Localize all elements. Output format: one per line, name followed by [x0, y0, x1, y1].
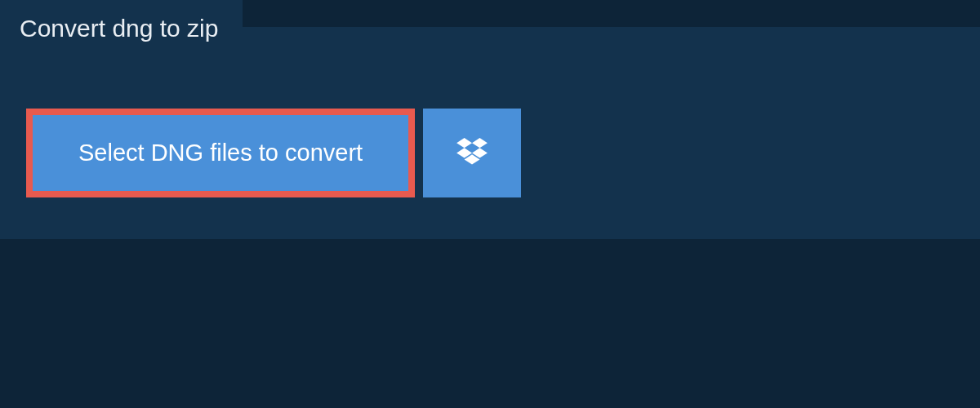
tab-convert[interactable]: Convert dng to zip: [0, 0, 243, 57]
tab-title: Convert dng to zip: [20, 15, 218, 42]
dropbox-button[interactable]: [423, 109, 521, 197]
dropbox-icon: [457, 138, 488, 169]
select-files-button[interactable]: Select DNG files to convert: [26, 109, 415, 197]
converter-panel: Convert dng to zip Select DNG files to c…: [0, 27, 980, 239]
action-button-row: Select DNG files to convert: [26, 109, 521, 197]
select-files-label: Select DNG files to convert: [78, 140, 363, 166]
